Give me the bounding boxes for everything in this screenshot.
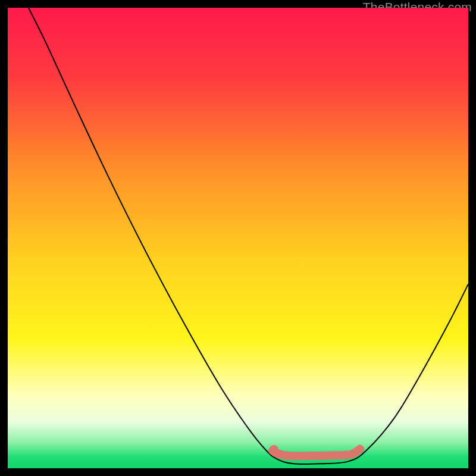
chart-plot (8, 8, 468, 468)
chart-frame: TheBottleneck.com (8, 8, 468, 468)
chart-background (8, 8, 468, 468)
optimal-start-dot (269, 445, 278, 455)
